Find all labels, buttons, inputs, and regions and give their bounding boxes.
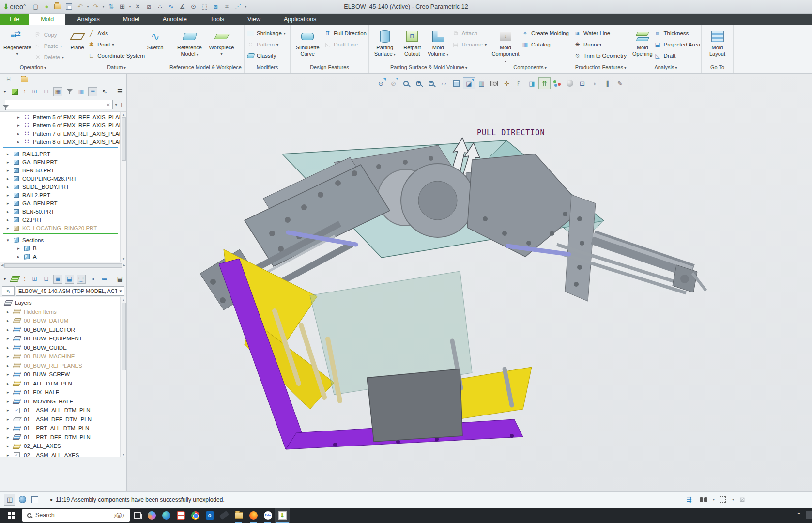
find-binoculars-icon[interactable] [698, 494, 709, 506]
tree-item[interactable]: Pattern 5 of EMX_REF_AXIS_PLANE_4 [0, 113, 120, 121]
expand-arrow-icon[interactable] [17, 131, 23, 136]
tree-item[interactable]: BEN-50.PRT [0, 166, 120, 174]
expand-arrow-icon[interactable] [7, 381, 13, 386]
tree-item[interactable]: KC_LOCATING_RING20.PRT [0, 224, 120, 232]
tree-item[interactable]: Pattern 8 of EMX_REF_AXIS_PLANE_OI [0, 138, 120, 146]
tree-filter-input[interactable] [7, 102, 106, 108]
group-title-design-features[interactable]: Design Features [291, 64, 368, 73]
folder-browser-tab-icon[interactable] [20, 75, 29, 84]
layers-root[interactable]: Layers [0, 298, 120, 308]
steam-button[interactable] [217, 508, 231, 523]
shrinkage-button[interactable]: Shrinkage▾ [246, 29, 286, 38]
selection-box-icon[interactable] [717, 494, 729, 506]
layer-item[interactable]: 01__ASM_ALL_DTM_PLN [0, 406, 120, 415]
show-items-eye-icon[interactable]: ⊙ [375, 77, 387, 89]
workpiece-button[interactable]: Workpiece ▾ [206, 27, 237, 57]
default-view-icon[interactable] [450, 77, 462, 89]
tree-columns-icon[interactable]: ▦ [53, 87, 62, 96]
tray-partial-icon[interactable] [806, 511, 812, 519]
expand-arrow-icon[interactable] [7, 390, 13, 395]
creo-taskbar-button[interactable]: ⇓ [275, 508, 290, 523]
window-switch-caret-icon[interactable]: ▾ [129, 4, 131, 9]
filter-add-icon[interactable]: + [120, 101, 123, 108]
layer-item[interactable]: 00_BUW_DATUM [0, 316, 120, 325]
runner-button[interactable]: ✳Runner [573, 40, 627, 49]
layer-detail-icon[interactable]: ▤ [115, 275, 124, 284]
save-icon[interactable] [64, 2, 74, 12]
scroll-thumb[interactable] [122, 117, 126, 161]
group-title-production[interactable]: Production Features [571, 64, 630, 73]
mold-volume-display-icon[interactable]: ◨ [526, 77, 538, 89]
catalog-button[interactable]: ▥Catalog [521, 40, 569, 49]
attach-button[interactable]: ⧉Attach [452, 29, 487, 38]
tree-vertical-scrollbar[interactable]: ▲ ▼ [120, 112, 126, 262]
zoom-fit-icon[interactable] [400, 77, 412, 89]
group-title-goto[interactable]: Go To [702, 64, 733, 73]
tree-item[interactable]: RAIL2.PRT [0, 191, 120, 199]
component-window-icon[interactable]: ⊡ [576, 77, 588, 89]
tree-item[interactable]: Sections [0, 236, 120, 244]
scroll-thumb[interactable] [4, 263, 122, 268]
qat-overflow-icon[interactable]: ▾ [245, 4, 246, 9]
expand-arrow-icon[interactable] [17, 115, 23, 120]
tree-item[interactable]: A [0, 252, 120, 261]
expand-tree-icon[interactable]: ⊞ [30, 87, 39, 96]
tree-item[interactable]: RAIL1.PRT [0, 150, 120, 158]
parting-surface-button[interactable]: Parting Surface [371, 27, 398, 58]
redo-caret-icon[interactable]: ▾ [102, 4, 104, 9]
mold-layout-button[interactable]: Mold Layout [705, 27, 730, 57]
search-highlight-icon[interactable]: ♪⛁♪ [113, 512, 125, 519]
tree-item[interactable]: BEN-50.PRT [0, 207, 120, 215]
pattern-button[interactable]: ∷Pattern▾ [246, 40, 286, 49]
group-title-parting[interactable]: Parting Surface & Mold Volume [369, 64, 489, 73]
regenerate-caret-icon[interactable]: ▾ [16, 51, 18, 57]
view-plane-icon[interactable]: ▱ [438, 77, 450, 89]
component-box-icon[interactable]: ⧈ [211, 2, 220, 12]
expand-arrow-icon[interactable] [7, 168, 13, 173]
menu-tab[interactable]: Analysis [65, 14, 111, 25]
expand-arrow-icon[interactable] [17, 254, 23, 259]
classify-button[interactable]: Classify [246, 51, 286, 61]
tree-item[interactable]: Pattern 7 of EMX_REF_AXIS_PLANE_OI [0, 129, 120, 138]
coordinate-readout-icon[interactable]: ⌗ [222, 2, 231, 12]
measure-icon[interactable]: ⧄ [144, 2, 153, 12]
tree-options-caret-icon[interactable]: ▾ [2, 87, 8, 96]
workpiece-caret-icon[interactable]: ▾ [220, 51, 222, 57]
expand-arrow-icon[interactable] [7, 185, 13, 189]
projected-area-button[interactable]: ⬓Projected Area [654, 40, 700, 49]
navigator-toggle-icon[interactable]: ◫ [4, 494, 15, 506]
water-line-button[interactable]: ≋Water Line [573, 29, 627, 38]
draft-analysis-button[interactable]: ◺Draft [654, 51, 700, 61]
expand-arrow-icon[interactable] [7, 201, 13, 206]
spline-icon[interactable]: ∿ [166, 2, 176, 12]
measure-diameter-icon[interactable]: ⊙ [188, 2, 198, 12]
new-file-icon[interactable]: ▢ [31, 2, 40, 12]
store-button[interactable] [173, 508, 188, 523]
group-title-components[interactable]: Components [489, 64, 571, 73]
pull-direction-display-icon[interactable]: ⇈ [538, 77, 551, 89]
scroll-down-icon[interactable]: ▼ [122, 257, 125, 261]
analysis-graph-icon[interactable]: ⋰ [233, 2, 243, 12]
close-window-icon[interactable]: ✕ [133, 2, 142, 12]
zalo-button[interactable]: Zalo [260, 508, 275, 523]
expand-arrow-icon[interactable] [7, 399, 13, 404]
menu-tab[interactable]: View [236, 14, 272, 25]
sketch-button[interactable]: ∿ Sketch [146, 27, 165, 51]
layer-item[interactable]: 01_MOVING_HALF [0, 397, 120, 406]
tree-item[interactable]: B [0, 244, 120, 252]
pause-icon[interactable]: ∥ [601, 77, 613, 89]
expand-arrow-icon[interactable] [7, 327, 13, 332]
undo-icon[interactable]: ↶ [75, 2, 85, 12]
layers-collapse-icon[interactable]: ⊟ [42, 275, 51, 284]
layer-item[interactable]: 01_FIX_HALF [0, 388, 120, 397]
browser-globe-icon[interactable] [16, 494, 28, 506]
zoom-in-icon[interactable]: + [413, 77, 425, 89]
layer-item[interactable]: 00_BUW_GUIDE [0, 343, 120, 353]
tree-filter-icon[interactable] [65, 87, 74, 96]
layer-tree-toggle-icon[interactable]: ≣ [88, 87, 97, 96]
open-icon[interactable] [53, 2, 62, 12]
menu-tab[interactable]: Tools [199, 14, 236, 25]
expand-arrow-icon[interactable] [7, 238, 13, 243]
collapse-tree-icon[interactable]: ⊟ [42, 87, 51, 96]
layer-isolate-icon[interactable]: ⬓ [65, 275, 74, 284]
